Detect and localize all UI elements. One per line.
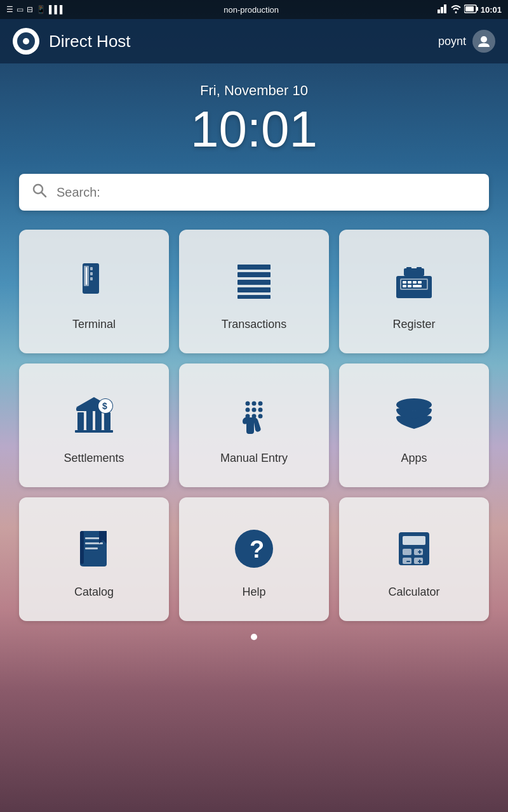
svg-rect-5 (476, 7, 478, 11)
svg-rect-67 (419, 550, 420, 554)
svg-rect-42 (75, 430, 113, 433)
svg-line-8 (42, 193, 46, 197)
tile-catalog[interactable]: Catalog (19, 497, 169, 621)
window-icon: ▭ (17, 5, 23, 14)
svg-rect-12 (90, 267, 93, 270)
date-display: Fri, November 10 (0, 82, 508, 99)
svg-rect-68 (406, 561, 410, 562)
tile-settlements[interactable]: $ Settlements (19, 363, 169, 487)
svg-rect-56 (85, 547, 98, 549)
svg-marker-1 (441, 7, 443, 13)
svg-point-45 (252, 401, 257, 405)
svg-rect-33 (77, 412, 84, 430)
app-title: Direct Host (49, 32, 131, 51)
tile-apps[interactable]: Apps (339, 363, 489, 487)
svg-rect-4 (465, 6, 474, 11)
svg-rect-17 (237, 280, 271, 285)
datetime-area: Fri, November 10 10:01 (0, 63, 508, 167)
calculator-label: Calculator (388, 586, 439, 599)
svg-rect-61 (403, 536, 425, 545)
svg-rect-24 (408, 281, 411, 284)
status-bar: ☰ ▭ ⊟ 📱 ▌▌▌ non-production 10:01 (0, 0, 508, 19)
svg-rect-35 (95, 410, 102, 430)
settlements-icon: $ (69, 390, 119, 440)
manual-entry-icon (229, 390, 279, 440)
logo-inner (17, 32, 35, 50)
svg-text:?: ? (250, 536, 264, 563)
svg-rect-70 (419, 560, 420, 563)
svg-point-46 (258, 401, 263, 405)
svg-rect-11 (86, 267, 87, 285)
page-indicator (0, 621, 508, 646)
status-right: 10:01 (438, 4, 502, 15)
catalog-icon (69, 523, 119, 574)
page-dot-1 (251, 634, 257, 640)
username-label: poynt (438, 35, 466, 48)
register-label: Register (392, 318, 435, 331)
search-input[interactable] (57, 185, 476, 200)
svg-rect-15 (237, 265, 271, 270)
svg-point-52 (258, 414, 263, 418)
battery-saver-icon: ⊟ (27, 5, 33, 14)
tile-help[interactable]: ? Help (179, 497, 329, 621)
battery-charging-icon (464, 4, 478, 15)
svg-point-49 (258, 407, 263, 412)
search-container (19, 174, 489, 211)
tile-register[interactable]: Register (339, 230, 489, 353)
svg-point-47 (246, 407, 250, 412)
svg-rect-16 (237, 272, 271, 277)
svg-point-6 (481, 36, 487, 43)
svg-marker-0 (438, 10, 440, 13)
catalog-label: Catalog (74, 586, 114, 599)
register-icon (389, 256, 439, 306)
terminal-label: Terminal (72, 318, 116, 331)
apps-icon (389, 390, 439, 440)
signal-icon (438, 4, 448, 15)
tile-manual-entry[interactable]: Manual Entry (179, 363, 329, 487)
transactions-label: Transactions (222, 318, 286, 331)
status-time: 10:01 (481, 5, 502, 15)
app-bar-right: poynt (438, 30, 495, 53)
svg-rect-28 (408, 285, 411, 287)
svg-marker-2 (444, 4, 446, 13)
app-grid: Terminal Transactions (0, 230, 508, 621)
search-icon (32, 183, 47, 202)
manual-entry-label: Manual Entry (220, 452, 288, 465)
tile-calculator[interactable]: Calculator (339, 497, 489, 621)
user-avatar[interactable] (472, 30, 495, 53)
svg-rect-55 (85, 542, 103, 544)
tile-transactions[interactable]: Transactions (179, 230, 329, 353)
svg-rect-31 (406, 267, 411, 270)
svg-rect-27 (403, 285, 406, 287)
bars-icon: ▌▌▌ (49, 5, 65, 14)
carrier-text: non-production (224, 5, 279, 15)
svg-rect-25 (413, 281, 417, 284)
svg-rect-18 (237, 287, 271, 292)
search-bar[interactable] (19, 174, 489, 211)
sim-icon: 📱 (36, 5, 46, 14)
settlements-label: Settlements (64, 452, 124, 465)
svg-text:$: $ (102, 401, 107, 411)
svg-point-44 (246, 401, 250, 405)
svg-rect-34 (86, 410, 93, 430)
svg-rect-36 (104, 412, 110, 430)
transactions-icon (229, 256, 279, 306)
apps-label: Apps (401, 452, 427, 465)
menu-icon: ☰ (6, 5, 13, 14)
help-label: Help (242, 586, 265, 599)
wifi-icon (450, 4, 462, 15)
svg-rect-32 (417, 267, 422, 270)
svg-point-48 (252, 407, 257, 412)
tile-terminal[interactable]: Terminal (19, 230, 169, 353)
app-bar-left: Direct Host (13, 28, 131, 55)
app-bar: Direct Host poynt (0, 19, 508, 63)
svg-rect-23 (403, 281, 406, 284)
help-icon: ? (229, 523, 279, 574)
app-logo (13, 28, 39, 55)
svg-rect-14 (90, 277, 93, 280)
svg-rect-26 (418, 281, 422, 284)
logo-dot (23, 38, 29, 44)
svg-rect-13 (90, 272, 93, 275)
svg-rect-62 (403, 549, 411, 555)
terminal-icon (69, 256, 119, 306)
